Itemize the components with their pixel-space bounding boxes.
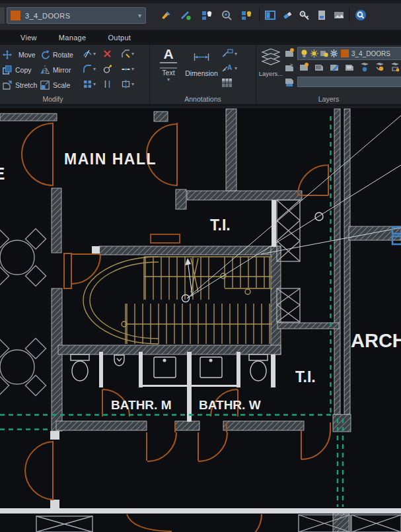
svg-text:A: A bbox=[227, 64, 232, 71]
scale-label: Scale bbox=[53, 81, 70, 89]
ribbon-tab-bar: View Manage Output bbox=[0, 30, 401, 45]
clip-icon bbox=[122, 80, 130, 88]
rotate-button[interactable]: Rotate bbox=[40, 49, 73, 61]
offset-button[interactable] bbox=[103, 80, 112, 88]
stretch-button[interactable]: Stretch bbox=[3, 79, 37, 91]
clip-button[interactable]: ▾ bbox=[122, 80, 134, 88]
trim-button[interactable]: ▾ bbox=[83, 50, 96, 58]
layer-dropdown-value: 3_4_DOORS bbox=[351, 50, 390, 57]
tab-output[interactable]: Output bbox=[108, 34, 131, 42]
drawing-canvas[interactable]: MAIN HALL T.I. T.I. BATHR. M BATHR. W AR… bbox=[0, 106, 401, 532]
panel-annotations: A Text ▾ Dimension ▾ A▾ Annotations bbox=[150, 45, 256, 104]
layer-on-icon[interactable] bbox=[299, 62, 309, 73]
sun-thaw-icon bbox=[310, 49, 318, 58]
layer-search-icon[interactable] bbox=[219, 7, 234, 24]
room-label-bath-men: BATHR. M bbox=[111, 398, 171, 412]
room-label-main-hall: MAIN HALL bbox=[64, 150, 157, 168]
fillet-icon bbox=[83, 65, 92, 73]
quick-layer-dropdown[interactable]: 3_4_DOORS ▾ bbox=[7, 7, 146, 24]
layer-state-button[interactable] bbox=[284, 48, 295, 61]
help-icon[interactable] bbox=[353, 7, 368, 24]
layer-filter-field[interactable] bbox=[297, 77, 401, 87]
freeze-icon bbox=[330, 49, 338, 58]
layer-plain-icon[interactable] bbox=[344, 62, 355, 73]
dimension-label: Dimension bbox=[185, 69, 218, 77]
leader-button[interactable]: ▾ bbox=[221, 49, 237, 58]
rotate-label: Rotate bbox=[53, 51, 73, 59]
text-icon: A bbox=[163, 48, 173, 61]
explode-button[interactable] bbox=[103, 65, 112, 73]
copy-button[interactable]: Copy bbox=[3, 64, 32, 76]
edit-line-icon[interactable] bbox=[178, 7, 193, 24]
eraser-icon[interactable] bbox=[280, 7, 295, 24]
layer-dropdown[interactable]: 3_4_DOORS bbox=[297, 47, 401, 60]
image-preview-icon[interactable] bbox=[332, 7, 346, 24]
chamfer-icon bbox=[122, 50, 130, 58]
toolbar-separator bbox=[259, 8, 260, 22]
annotation-leader-button[interactable]: A▾ bbox=[221, 63, 237, 73]
text-button[interactable]: A Text ▾ bbox=[157, 48, 180, 83]
stretch-label: Stretch bbox=[15, 81, 37, 89]
array-button[interactable]: ▾ bbox=[83, 80, 96, 88]
erase-icon bbox=[103, 50, 112, 58]
layer-off-icon[interactable] bbox=[314, 62, 324, 73]
mirror-button[interactable]: Mirror bbox=[40, 64, 71, 76]
dimension-button[interactable]: Dimension bbox=[183, 53, 220, 77]
layer-previous-button[interactable] bbox=[284, 62, 295, 75]
move-button[interactable]: Move bbox=[3, 49, 36, 61]
tab-view[interactable]: View bbox=[20, 34, 37, 42]
layer-tools-row bbox=[299, 62, 401, 73]
key-icon[interactable] bbox=[297, 7, 312, 24]
dimension-icon bbox=[194, 53, 209, 61]
fillet-button[interactable]: ▾ bbox=[83, 65, 96, 73]
titlebar-strip bbox=[0, 0, 401, 3]
layers-launcher-label[interactable]: Layers... bbox=[256, 70, 285, 77]
erase-button[interactable] bbox=[103, 50, 112, 58]
scale-button[interactable]: Scale bbox=[40, 79, 70, 91]
text-lines-icon bbox=[160, 62, 177, 69]
layer-edit-icon[interactable] bbox=[329, 62, 340, 73]
panel-layers: Layers... 3_4_DOORS bbox=[256, 45, 401, 104]
layer-dropdown-value: 3_4_DOORS bbox=[25, 12, 70, 20]
document-export-icon[interactable] bbox=[314, 7, 329, 24]
layer-lock-icon[interactable] bbox=[375, 62, 385, 73]
room-label-edge-partial: E bbox=[0, 164, 5, 183]
chevron-down-icon: ▾ bbox=[138, 12, 141, 19]
canvas-top-edge bbox=[0, 106, 401, 108]
viewport-sun-icon bbox=[320, 49, 328, 58]
room-label-ti-lower: T.I. bbox=[295, 368, 316, 385]
leader-icon bbox=[221, 49, 233, 58]
properties-panel-icon[interactable] bbox=[263, 7, 277, 24]
layer-color-swatch bbox=[341, 50, 349, 57]
copy-icon bbox=[3, 65, 12, 75]
rotate-icon bbox=[40, 50, 50, 59]
ribbon: Move Copy Stretch Rotate Mirror Scale bbox=[0, 45, 401, 106]
panel-label-annotations: Annotations bbox=[150, 95, 256, 103]
partial-toolbar-icon[interactable] bbox=[0, 7, 5, 24]
move-label-text: Move bbox=[18, 51, 36, 59]
panel-modify: Move Copy Stretch Rotate Mirror Scale bbox=[0, 45, 150, 104]
bulb-on-icon bbox=[300, 49, 309, 58]
mirror-icon bbox=[40, 65, 50, 75]
move-icon bbox=[3, 50, 12, 59]
trim-icon bbox=[83, 50, 92, 58]
tab-manage[interactable]: Manage bbox=[59, 34, 87, 42]
match-properties-icon[interactable] bbox=[159, 7, 173, 24]
chamfer-button[interactable]: ▾ bbox=[122, 50, 134, 58]
layer-walk-icon[interactable] bbox=[390, 62, 400, 73]
break-icon bbox=[122, 65, 130, 73]
layer-new-button[interactable] bbox=[284, 77, 295, 90]
stretch-icon bbox=[3, 81, 12, 90]
layers-stack-icon bbox=[260, 48, 281, 69]
isolate-objects-icon[interactable] bbox=[200, 7, 214, 24]
table-button[interactable] bbox=[221, 78, 233, 88]
panel-label-modify: Modify bbox=[0, 95, 106, 103]
break-button[interactable]: ▾ bbox=[122, 65, 134, 73]
mirror-label: Mirror bbox=[53, 66, 71, 74]
layers-explorer-button[interactable] bbox=[260, 48, 281, 71]
explode-icon bbox=[103, 65, 112, 73]
room-label-bath-women: BATHR. W bbox=[199, 398, 261, 412]
layer-isolate-icon[interactable] bbox=[359, 62, 370, 73]
light-bulb-icon[interactable] bbox=[239, 7, 254, 24]
quick-access-toolbar: 3_4_DOORS ▾ bbox=[0, 0, 401, 30]
